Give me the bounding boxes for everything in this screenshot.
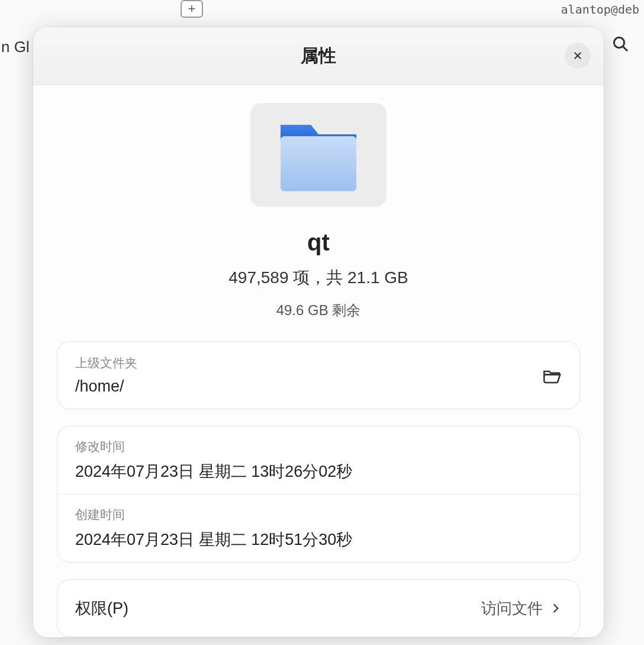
svg-point-0 — [614, 37, 624, 47]
folder-icon-tile — [250, 103, 387, 207]
new-tab-button[interactable]: + — [181, 0, 203, 18]
timestamps-group: 修改时间 2024年07月23日 星期二 13时26分02秒 创建时间 2024… — [57, 426, 580, 563]
search-button[interactable] — [607, 31, 633, 57]
folder-free-space: 49.6 GB 剩余 — [276, 301, 361, 320]
folder-stats: 497,589 项，共 21.1 GB — [228, 267, 408, 289]
svg-rect-4 — [281, 136, 356, 191]
dialog-header: 属性 — [33, 27, 604, 85]
info-cards: 上级文件夹 /home/ 修改时间 2024年07月23日 星期二 13时26分… — [57, 341, 580, 637]
permissions-row[interactable]: 权限(P) 访问文件 — [57, 579, 580, 637]
svg-line-1 — [623, 47, 627, 51]
created-row: 创建时间 2024年07月23日 星期二 12时51分30秒 — [57, 495, 579, 562]
parent-folder-row[interactable]: 上级文件夹 /home/ — [57, 341, 580, 409]
dialog-body: qt 497,589 项，共 21.1 GB 49.6 GB 剩余 上级文件夹 … — [33, 85, 604, 637]
terminal-prompt: alantop@deb — [0, 0, 644, 19]
permissions-action: 访问文件 — [481, 598, 543, 619]
properties-dialog: 属性 qt 497,589 项，共 21. — [33, 27, 604, 637]
parent-folder-label: 上级文件夹 — [75, 355, 542, 371]
open-folder-icon — [542, 365, 562, 386]
user-host-text: alantop@deb — [561, 2, 639, 17]
parent-folder-value: /home/ — [75, 377, 542, 396]
close-button[interactable] — [565, 43, 591, 69]
modified-label: 修改时间 — [75, 438, 562, 455]
created-label: 创建时间 — [75, 506, 562, 523]
permissions-label: 权限(P) — [75, 598, 128, 619]
chevron-right-icon — [550, 602, 562, 614]
close-icon — [572, 50, 583, 61]
created-value: 2024年07月23日 星期二 12时51分30秒 — [75, 529, 562, 550]
folder-icon — [271, 108, 366, 203]
modified-value: 2024年07月23日 星期二 13时26分02秒 — [75, 461, 562, 482]
dialog-title: 属性 — [301, 44, 336, 68]
bg-left-text: n Gl — [0, 34, 31, 60]
search-icon — [611, 34, 630, 53]
modified-row: 修改时间 2024年07月23日 星期二 13时26分02秒 — [57, 426, 579, 495]
folder-name: qt — [307, 229, 330, 256]
